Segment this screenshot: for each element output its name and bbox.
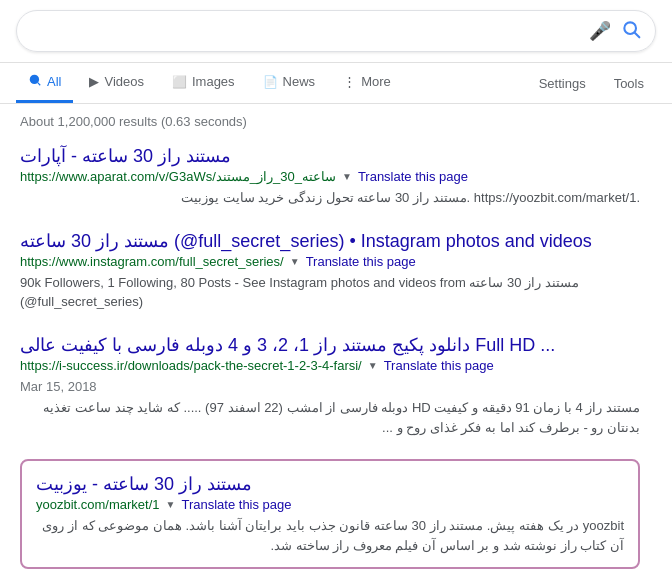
results-area: About 1,200,000 results (0.63 seconds) م… [0, 104, 672, 578]
result-translate-3[interactable]: Translate this page [384, 358, 494, 373]
search-bar: مستند راز 30 ساعته 🎤 [16, 10, 656, 52]
nav-tabs: All ▶ Videos ⬜ Images 📄 News ⋮ More Sett… [0, 63, 672, 104]
search-icon[interactable] [621, 19, 641, 44]
result-desc-1: .https://yoozbit.com/market/1 .مستند راز… [20, 188, 640, 208]
svg-line-3 [38, 83, 41, 86]
tab-news-label: News [283, 74, 316, 89]
videos-icon: ▶ [89, 74, 99, 89]
result-url-row-2: https://www.instagram.com/full_secret_se… [20, 254, 640, 269]
result-date-3: Mar 15, 2018 [20, 377, 640, 397]
all-icon [28, 73, 42, 90]
more-icon: ⋮ [343, 74, 356, 89]
result-url-2: https://www.instagram.com/full_secret_se… [20, 254, 284, 269]
results-count: About 1,200,000 results (0.63 seconds) [20, 114, 652, 129]
tab-videos[interactable]: ▶ Videos [77, 64, 156, 102]
result-translate-4[interactable]: Translate this page [181, 497, 291, 512]
search-icons: 🎤 [589, 19, 641, 44]
tab-images-label: Images [192, 74, 235, 89]
result-title-3[interactable]: دانلود پکیج مستند راز 1، 2، 3 و 4 دوبله … [20, 334, 640, 356]
tab-videos-label: Videos [104, 74, 144, 89]
result-item-3: دانلود پکیج مستند راز 1، 2، 3 و 4 دوبله … [20, 334, 640, 438]
result-dropdown-arrow-3[interactable]: ▼ [368, 360, 378, 371]
result-url-row-3: https://i-success.ir/downloads/pack-the-… [20, 358, 640, 373]
result-translate-2[interactable]: Translate this page [306, 254, 416, 269]
svg-line-1 [635, 32, 640, 37]
result-dropdown-arrow-4[interactable]: ▼ [166, 499, 176, 510]
result-title-2[interactable]: مستند راز 30 ساعته (@full_secret_series)… [20, 230, 640, 252]
result-translate-1[interactable]: Translate this page [358, 169, 468, 184]
result-item-4: مستند راز 30 ساعته - یوزبیت yoozbit.com/… [20, 459, 640, 569]
tab-more[interactable]: ⋮ More [331, 64, 403, 102]
result-item-1: مستند راز 30 ساعته - آپارات https://www.… [20, 145, 640, 208]
result-url-row-1: https://www.aparat.com/v/G3aWs/ساعته_30_… [20, 169, 640, 184]
result-desc-3: مستند راز 4 با زمان 91 دقیقه و کیفیت HD … [20, 398, 640, 437]
tab-all[interactable]: All [16, 63, 73, 103]
mic-icon[interactable]: 🎤 [589, 20, 611, 42]
result-dropdown-arrow-1[interactable]: ▼ [342, 171, 352, 182]
header: مستند راز 30 ساعته 🎤 [0, 0, 672, 63]
result-item-2: مستند راز 30 ساعته (@full_secret_series)… [20, 230, 640, 312]
result-url-3: https://i-success.ir/downloads/pack-the-… [20, 358, 362, 373]
tab-more-label: More [361, 74, 391, 89]
result-title-4[interactable]: مستند راز 30 ساعته - یوزبیت [36, 473, 624, 495]
news-icon: 📄 [263, 75, 278, 89]
result-url-4: yoozbit.com/market/1 [36, 497, 160, 512]
settings-link[interactable]: Settings [527, 66, 598, 101]
images-icon: ⬜ [172, 75, 187, 89]
result-title-1[interactable]: مستند راز 30 ساعته - آپارات [20, 145, 640, 167]
result-url-row-4: yoozbit.com/market/1 ▼ Translate this pa… [36, 497, 624, 512]
tab-all-label: All [47, 74, 61, 89]
search-input[interactable]: مستند راز 30 ساعته [31, 22, 589, 40]
svg-point-2 [30, 75, 39, 84]
tab-news[interactable]: 📄 News [251, 64, 328, 102]
result-desc-4: yoozbit در یک هفته پیش. مستند راز 30 ساع… [36, 516, 624, 555]
tools-link[interactable]: Tools [602, 66, 656, 101]
result-dropdown-arrow-2[interactable]: ▼ [290, 256, 300, 267]
tab-images[interactable]: ⬜ Images [160, 64, 247, 102]
result-url-1: https://www.aparat.com/v/G3aWs/ساعته_30_… [20, 169, 336, 184]
result-desc-2: 90k Followers, 1 Following, 80 Posts - S… [20, 273, 640, 312]
